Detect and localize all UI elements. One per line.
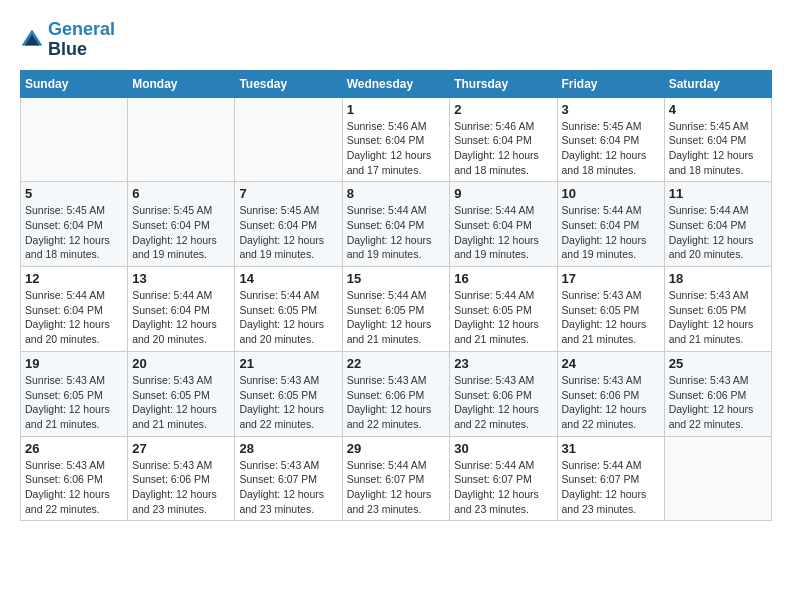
day-number: 10 — [562, 186, 660, 201]
day-cell — [128, 97, 235, 182]
week-row-2: 5Sunrise: 5:45 AM Sunset: 6:04 PM Daylig… — [21, 182, 772, 267]
day-number: 26 — [25, 441, 123, 456]
day-cell: 29Sunrise: 5:44 AM Sunset: 6:07 PM Dayli… — [342, 436, 450, 521]
day-cell: 12Sunrise: 5:44 AM Sunset: 6:04 PM Dayli… — [21, 267, 128, 352]
day-number: 8 — [347, 186, 446, 201]
day-cell: 1Sunrise: 5:46 AM Sunset: 6:04 PM Daylig… — [342, 97, 450, 182]
header-wednesday: Wednesday — [342, 70, 450, 97]
header-saturday: Saturday — [664, 70, 771, 97]
day-number: 20 — [132, 356, 230, 371]
day-cell: 9Sunrise: 5:44 AM Sunset: 6:04 PM Daylig… — [450, 182, 557, 267]
week-row-3: 12Sunrise: 5:44 AM Sunset: 6:04 PM Dayli… — [21, 267, 772, 352]
day-cell — [664, 436, 771, 521]
day-number: 7 — [239, 186, 337, 201]
day-info: Sunrise: 5:44 AM Sunset: 6:07 PM Dayligh… — [562, 458, 660, 517]
day-cell: 6Sunrise: 5:45 AM Sunset: 6:04 PM Daylig… — [128, 182, 235, 267]
day-number: 4 — [669, 102, 767, 117]
week-row-4: 19Sunrise: 5:43 AM Sunset: 6:05 PM Dayli… — [21, 351, 772, 436]
day-cell: 4Sunrise: 5:45 AM Sunset: 6:04 PM Daylig… — [664, 97, 771, 182]
day-cell: 22Sunrise: 5:43 AM Sunset: 6:06 PM Dayli… — [342, 351, 450, 436]
day-info: Sunrise: 5:43 AM Sunset: 6:06 PM Dayligh… — [132, 458, 230, 517]
day-number: 28 — [239, 441, 337, 456]
day-number: 11 — [669, 186, 767, 201]
day-info: Sunrise: 5:44 AM Sunset: 6:05 PM Dayligh… — [347, 288, 446, 347]
day-cell: 7Sunrise: 5:45 AM Sunset: 6:04 PM Daylig… — [235, 182, 342, 267]
week-row-5: 26Sunrise: 5:43 AM Sunset: 6:06 PM Dayli… — [21, 436, 772, 521]
day-number: 19 — [25, 356, 123, 371]
day-info: Sunrise: 5:44 AM Sunset: 6:04 PM Dayligh… — [132, 288, 230, 347]
day-cell: 30Sunrise: 5:44 AM Sunset: 6:07 PM Dayli… — [450, 436, 557, 521]
day-info: Sunrise: 5:44 AM Sunset: 6:04 PM Dayligh… — [347, 203, 446, 262]
day-info: Sunrise: 5:44 AM Sunset: 6:07 PM Dayligh… — [454, 458, 552, 517]
day-number: 2 — [454, 102, 552, 117]
day-info: Sunrise: 5:43 AM Sunset: 6:05 PM Dayligh… — [25, 373, 123, 432]
day-number: 3 — [562, 102, 660, 117]
day-cell: 13Sunrise: 5:44 AM Sunset: 6:04 PM Dayli… — [128, 267, 235, 352]
day-number: 1 — [347, 102, 446, 117]
day-info: Sunrise: 5:43 AM Sunset: 6:06 PM Dayligh… — [25, 458, 123, 517]
logo: General Blue — [20, 20, 115, 60]
day-info: Sunrise: 5:43 AM Sunset: 6:07 PM Dayligh… — [239, 458, 337, 517]
day-info: Sunrise: 5:43 AM Sunset: 6:06 PM Dayligh… — [454, 373, 552, 432]
day-cell: 24Sunrise: 5:43 AM Sunset: 6:06 PM Dayli… — [557, 351, 664, 436]
day-number: 27 — [132, 441, 230, 456]
day-info: Sunrise: 5:45 AM Sunset: 6:04 PM Dayligh… — [239, 203, 337, 262]
day-cell: 26Sunrise: 5:43 AM Sunset: 6:06 PM Dayli… — [21, 436, 128, 521]
day-info: Sunrise: 5:43 AM Sunset: 6:06 PM Dayligh… — [562, 373, 660, 432]
day-cell: 11Sunrise: 5:44 AM Sunset: 6:04 PM Dayli… — [664, 182, 771, 267]
day-info: Sunrise: 5:43 AM Sunset: 6:06 PM Dayligh… — [669, 373, 767, 432]
day-number: 29 — [347, 441, 446, 456]
day-info: Sunrise: 5:46 AM Sunset: 6:04 PM Dayligh… — [454, 119, 552, 178]
day-cell: 21Sunrise: 5:43 AM Sunset: 6:05 PM Dayli… — [235, 351, 342, 436]
day-cell: 18Sunrise: 5:43 AM Sunset: 6:05 PM Dayli… — [664, 267, 771, 352]
day-cell: 27Sunrise: 5:43 AM Sunset: 6:06 PM Dayli… — [128, 436, 235, 521]
day-number: 30 — [454, 441, 552, 456]
day-number: 9 — [454, 186, 552, 201]
day-info: Sunrise: 5:46 AM Sunset: 6:04 PM Dayligh… — [347, 119, 446, 178]
day-cell: 10Sunrise: 5:44 AM Sunset: 6:04 PM Dayli… — [557, 182, 664, 267]
day-number: 17 — [562, 271, 660, 286]
header-friday: Friday — [557, 70, 664, 97]
day-info: Sunrise: 5:45 AM Sunset: 6:04 PM Dayligh… — [562, 119, 660, 178]
day-number: 5 — [25, 186, 123, 201]
day-number: 16 — [454, 271, 552, 286]
header-tuesday: Tuesday — [235, 70, 342, 97]
page-header: General Blue — [20, 20, 772, 60]
day-info: Sunrise: 5:45 AM Sunset: 6:04 PM Dayligh… — [25, 203, 123, 262]
day-info: Sunrise: 5:44 AM Sunset: 6:05 PM Dayligh… — [239, 288, 337, 347]
header-monday: Monday — [128, 70, 235, 97]
day-info: Sunrise: 5:44 AM Sunset: 6:04 PM Dayligh… — [454, 203, 552, 262]
day-cell: 19Sunrise: 5:43 AM Sunset: 6:05 PM Dayli… — [21, 351, 128, 436]
day-number: 21 — [239, 356, 337, 371]
header-sunday: Sunday — [21, 70, 128, 97]
day-info: Sunrise: 5:43 AM Sunset: 6:06 PM Dayligh… — [347, 373, 446, 432]
day-cell: 25Sunrise: 5:43 AM Sunset: 6:06 PM Dayli… — [664, 351, 771, 436]
day-number: 6 — [132, 186, 230, 201]
day-number: 22 — [347, 356, 446, 371]
day-cell: 23Sunrise: 5:43 AM Sunset: 6:06 PM Dayli… — [450, 351, 557, 436]
day-info: Sunrise: 5:44 AM Sunset: 6:05 PM Dayligh… — [454, 288, 552, 347]
day-number: 25 — [669, 356, 767, 371]
day-cell: 17Sunrise: 5:43 AM Sunset: 6:05 PM Dayli… — [557, 267, 664, 352]
day-cell — [235, 97, 342, 182]
day-cell: 31Sunrise: 5:44 AM Sunset: 6:07 PM Dayli… — [557, 436, 664, 521]
day-cell: 28Sunrise: 5:43 AM Sunset: 6:07 PM Dayli… — [235, 436, 342, 521]
day-number: 13 — [132, 271, 230, 286]
day-number: 14 — [239, 271, 337, 286]
day-cell: 16Sunrise: 5:44 AM Sunset: 6:05 PM Dayli… — [450, 267, 557, 352]
week-row-1: 1Sunrise: 5:46 AM Sunset: 6:04 PM Daylig… — [21, 97, 772, 182]
calendar-header-row: SundayMondayTuesdayWednesdayThursdayFrid… — [21, 70, 772, 97]
day-cell: 15Sunrise: 5:44 AM Sunset: 6:05 PM Dayli… — [342, 267, 450, 352]
day-cell — [21, 97, 128, 182]
logo-icon — [20, 28, 44, 52]
day-cell: 2Sunrise: 5:46 AM Sunset: 6:04 PM Daylig… — [450, 97, 557, 182]
day-cell: 5Sunrise: 5:45 AM Sunset: 6:04 PM Daylig… — [21, 182, 128, 267]
day-info: Sunrise: 5:44 AM Sunset: 6:04 PM Dayligh… — [669, 203, 767, 262]
day-number: 12 — [25, 271, 123, 286]
day-number: 23 — [454, 356, 552, 371]
day-info: Sunrise: 5:43 AM Sunset: 6:05 PM Dayligh… — [669, 288, 767, 347]
day-info: Sunrise: 5:43 AM Sunset: 6:05 PM Dayligh… — [239, 373, 337, 432]
day-cell: 3Sunrise: 5:45 AM Sunset: 6:04 PM Daylig… — [557, 97, 664, 182]
day-info: Sunrise: 5:43 AM Sunset: 6:05 PM Dayligh… — [132, 373, 230, 432]
logo-text: General Blue — [48, 20, 115, 60]
